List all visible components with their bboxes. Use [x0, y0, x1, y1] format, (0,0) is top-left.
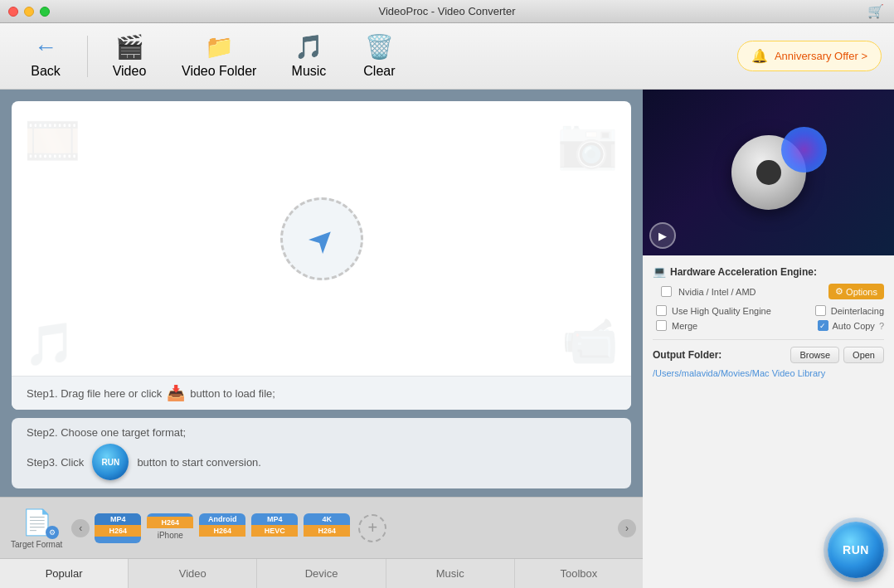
target-format-icon-wrapper: 📄 ⚙: [22, 508, 52, 537]
window-controls: [8, 7, 50, 17]
output-header: Output Folder: Browse Open: [653, 347, 884, 363]
gear-badge-icon: ⚙: [46, 526, 59, 539]
toolbar: ← Back 🎬 Video 📁 Video Folder 🎵 Music 🗑️…: [0, 23, 894, 90]
titlebar: VideoProc - Video Converter 🛒: [0, 0, 894, 23]
tab-video-label: Video: [179, 567, 206, 580]
back-label: Back: [31, 64, 61, 79]
window-title: VideoProc - Video Converter: [378, 5, 515, 17]
sep1: [87, 36, 88, 77]
format-item-4k[interactable]: 4K H264: [304, 513, 350, 543]
output-section: Output Folder: Browse Open /Users/malavi…: [653, 347, 884, 378]
close-dot[interactable]: [8, 7, 18, 17]
back-button[interactable]: ← Back: [12, 27, 79, 85]
drop-box[interactable]: 🎞️ 📷 🎵 📹 ➤ Step1. Drag file here or clic…: [12, 101, 631, 410]
anniversary-button[interactable]: 🔔 Anniversary Offer >: [737, 41, 882, 71]
clear-icon: 🗑️: [365, 33, 394, 61]
maximize-dot[interactable]: [40, 7, 50, 17]
video-folder-button[interactable]: 📁 Video Folder: [167, 27, 271, 85]
reel-glow: [781, 127, 827, 173]
hw-icon: 💻: [653, 265, 666, 278]
tab-popular-label: Popular: [46, 567, 83, 580]
help-icon[interactable]: ?: [879, 321, 884, 331]
run-button-main[interactable]: RUN: [828, 522, 884, 578]
format-item-iphone[interactable]: H264 iPhone: [147, 513, 193, 543]
run-small-label: RUN: [102, 458, 120, 467]
target-format-label: Target Format: [11, 540, 62, 549]
nvidia-checkbox[interactable]: [661, 286, 672, 297]
nvidia-row: Nvidia / Intel / AMD ⚙ Options: [653, 284, 884, 299]
music-icon: 🎵: [294, 33, 323, 61]
step1-text: Step1. Drag file here or click: [27, 387, 162, 400]
run-button-small[interactable]: RUN: [92, 444, 129, 480]
open-label: Open: [853, 350, 875, 360]
tab-toolbox[interactable]: Toolbox: [515, 559, 643, 588]
reel-center: [756, 160, 781, 185]
autocopy-checkbox[interactable]: ✓: [818, 320, 828, 331]
format-prev-button[interactable]: ‹: [71, 519, 90, 537]
video-button[interactable]: 🎬 Video: [96, 27, 163, 85]
step2-row: Step2. Choose one target format;: [27, 426, 616, 439]
browse-label: Browse: [799, 350, 830, 360]
output-path: /Users/malavida/Movies/Mac Video Library: [653, 368, 884, 378]
deinterlace-right: Deinterlacing: [815, 305, 884, 316]
tab-music-label: Music: [436, 567, 464, 580]
merge-checkbox[interactable]: [656, 320, 667, 331]
divider: [653, 339, 884, 340]
format-iphone-label: iPhone: [158, 531, 183, 540]
format-item-android[interactable]: Android H264: [199, 513, 245, 543]
step3-suffix: button to start conversion.: [137, 456, 261, 469]
right-panel: ▶ 💻 Hardware Acceleration Engine: Nvidia…: [643, 90, 894, 588]
tab-device[interactable]: Device: [257, 559, 386, 588]
tab-popular[interactable]: Popular: [0, 559, 129, 588]
content-panel: 🎞️ 📷 🎵 📹 ➤ Step1. Drag file here or clic…: [0, 90, 643, 497]
music-label: Music: [292, 64, 327, 79]
hw-section: 💻 Hardware Acceleration Engine: Nvidia /…: [653, 265, 884, 331]
options-gear-icon: ⚙: [835, 286, 843, 297]
deinterlace-checkbox[interactable]: [815, 305, 826, 316]
cart-icon[interactable]: 🛒: [867, 3, 884, 19]
minimize-dot[interactable]: [24, 7, 34, 17]
step3-prefix: Step3. Click: [27, 456, 84, 469]
video-folder-label: Video Folder: [182, 64, 256, 79]
options-button[interactable]: ⚙ Options: [828, 284, 884, 299]
film-reel-graphic: [731, 135, 806, 210]
music-button[interactable]: 🎵 Music: [275, 27, 342, 85]
play-button[interactable]: ▶: [649, 222, 676, 249]
add-format-button[interactable]: +: [358, 514, 386, 542]
upload-circle[interactable]: ➤: [280, 197, 363, 280]
app-wrapper: VideoProc - Video Converter 🛒 ← Back 🎬 V…: [0, 0, 894, 588]
browse-button[interactable]: Browse: [790, 347, 839, 363]
steps-box: Step2. Choose one target format; Step3. …: [12, 418, 631, 488]
hw-title-row: 💻 Hardware Acceleration Engine:: [653, 265, 884, 278]
tab-video[interactable]: Video: [129, 559, 257, 588]
autocopy-label: Auto Copy: [833, 321, 875, 331]
options-label: Options: [846, 287, 877, 297]
format-next-button[interactable]: ›: [618, 519, 636, 537]
quality-left: Use High Quality Engine: [656, 305, 771, 316]
output-buttons: Browse Open: [790, 347, 884, 363]
back-icon: ←: [34, 34, 57, 61]
tab-toolbox-label: Toolbox: [561, 567, 598, 580]
deinterlace-label: Deinterlacing: [831, 306, 884, 316]
tab-music[interactable]: Music: [386, 559, 515, 588]
quality-checkbox[interactable]: [656, 305, 667, 316]
quality-row: Use High Quality Engine Deinterlacing: [653, 305, 884, 316]
tab-bar: Popular Video Device Music Toolbox: [0, 558, 643, 588]
merge-label: Merge: [672, 321, 697, 331]
step1-suffix: button to load file;: [190, 387, 275, 400]
open-button[interactable]: Open: [843, 347, 884, 363]
reel-circle: [731, 135, 806, 210]
output-folder-label: Output Folder:: [653, 349, 722, 361]
drop-center: ➤: [12, 101, 631, 376]
step2-text: Step2. Choose one target format;: [27, 426, 186, 439]
format-item-mp4[interactable]: MP4 H264: [95, 513, 141, 543]
main-area: 🎞️ 📷 🎵 📹 ➤ Step1. Drag file here or clic…: [0, 90, 894, 588]
clear-button[interactable]: 🗑️ Clear: [346, 27, 412, 85]
upload-arrow-icon: ➤: [299, 216, 344, 261]
left-section: 🎞️ 📷 🎵 📹 ➤ Step1. Drag file here or clic…: [0, 90, 643, 588]
merge-row: Merge ✓ Auto Copy ?: [653, 320, 884, 331]
format-item-mp4-hevc[interactable]: MP4 HEVC: [251, 513, 298, 543]
step3-row: Step3. Click RUN button to start convers…: [27, 444, 616, 480]
format-items-list: MP4 H264 H264 iPhone Android H264: [95, 513, 350, 543]
format-strip: 📄 ⚙ Target Format ‹ MP4 H264: [0, 497, 643, 558]
